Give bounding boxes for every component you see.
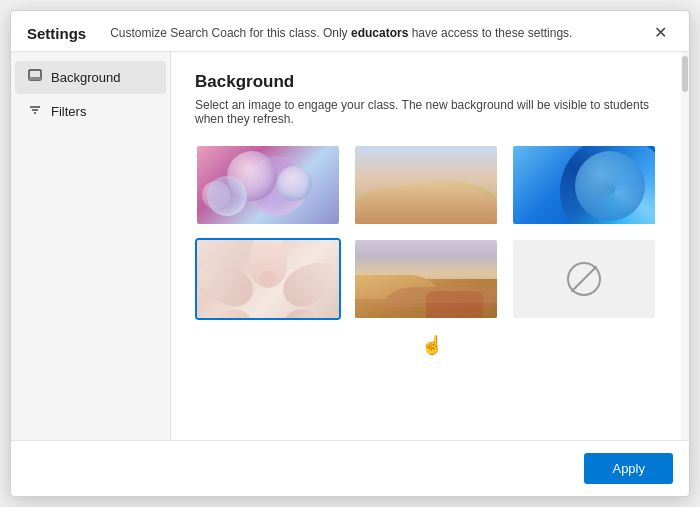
image-card-flower[interactable] [195, 238, 341, 320]
subtitle-post: have access to these settings. [408, 26, 572, 40]
image-desert2-preview [355, 240, 497, 318]
dialog-title: Settings [27, 25, 86, 42]
subtitle-bold: educators [351, 26, 408, 40]
scroll-thumb[interactable] [682, 56, 688, 92]
image-card-bubbles[interactable] [195, 144, 341, 226]
image-card-desert2[interactable] [353, 238, 499, 320]
sidebar-label-filters: Filters [51, 104, 86, 119]
dialog-body: Background Filters Background Select an … [11, 52, 689, 440]
sidebar-label-background: Background [51, 70, 120, 85]
apply-button[interactable]: Apply [584, 453, 673, 484]
image-card-none[interactable] [511, 238, 657, 320]
sidebar-item-filters[interactable]: Filters [15, 95, 166, 128]
main-content: Background Select an image to engage you… [171, 52, 681, 440]
scrollbar[interactable] [681, 52, 689, 440]
image-card-windows11[interactable] [511, 144, 657, 226]
sidebar: Background Filters [11, 52, 171, 440]
dialog-subtitle: Customize Search Coach for this class. O… [110, 26, 648, 40]
cursor: ☝ [421, 334, 443, 356]
svg-rect-1 [29, 77, 41, 80]
image-flower-preview [197, 240, 339, 318]
image-bubbles-preview [197, 146, 339, 224]
sidebar-item-background[interactable]: Background [15, 61, 166, 94]
settings-dialog: Settings Customize Search Coach for this… [10, 10, 690, 497]
image-none-preview [513, 240, 655, 318]
background-icon [27, 69, 43, 86]
dialog-header: Settings Customize Search Coach for this… [11, 11, 689, 52]
close-button[interactable]: ✕ [648, 23, 673, 43]
image-desert1-preview [355, 146, 497, 224]
section-title: Background [195, 72, 657, 92]
filters-icon [27, 103, 43, 120]
image-grid [195, 144, 657, 320]
image-windows11-preview [513, 146, 655, 224]
subtitle-pre: Customize Search Coach for this class. O… [110, 26, 351, 40]
dialog-footer: Apply [11, 440, 689, 496]
section-desc: Select an image to engage your class. Th… [195, 98, 657, 126]
image-card-desert1[interactable] [353, 144, 499, 226]
